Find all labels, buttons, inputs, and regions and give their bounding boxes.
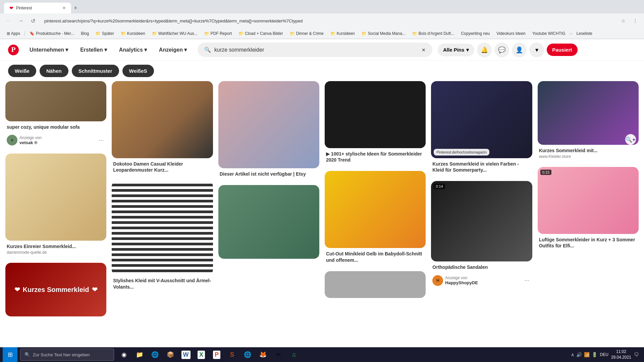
address-bar[interactable] (40, 17, 616, 25)
pin-title: Dieser Artikel ist nicht verfügbar | Ets… (220, 171, 318, 177)
pausiert-button[interactable]: Pausiert (547, 44, 577, 56)
bookmark-pdf-report[interactable]: 📁 PDF Report (202, 31, 234, 37)
taskbar-clock[interactable]: 11:02 29.04.2021 (611, 349, 631, 360)
pin-card-pink-dress[interactable]: 0:15 Luftige Sommerkleider in Kurz + 3 S… (538, 167, 639, 251)
pin-image (112, 181, 213, 275)
start-button[interactable]: ⊞ (3, 347, 17, 362)
browser-menu-button[interactable]: ⋮ (631, 16, 640, 25)
forward-button[interactable]: → (16, 16, 25, 25)
more-button[interactable]: ▾ (529, 43, 544, 57)
pin-source: damenmode-quelle.de (7, 250, 105, 255)
tray-battery-icon[interactable]: 🔋 (592, 352, 597, 357)
pin-card-sandals[interactable]: 0:14 Orthopädische Sandalen H Anzeige vo… (431, 181, 532, 288)
bookmark-kursideen1[interactable]: 📁 Kursideen (118, 31, 148, 37)
notifications-icon[interactable]: 🗨 (634, 352, 639, 357)
search-bar[interactable]: 🔍 ✕ (198, 43, 432, 57)
bookmark-leseliste[interactable]: Leseliste (574, 31, 595, 37)
pin-card-etsy[interactable]: Dieser Artikel ist nicht verfügbar | Ets… (218, 81, 319, 180)
reload-button[interactable]: ↺ (28, 16, 38, 25)
bookmark-label: Kursideen (337, 31, 355, 36)
taskbar-app-powerpoint[interactable]: P (209, 347, 224, 362)
taskbar-search-placeholder: Zur Suche Text hier eingeben (33, 352, 90, 357)
messages-button[interactable]: 💬 (494, 43, 509, 57)
back-button[interactable]: ← (4, 16, 13, 25)
pin-title: Kurzes Sommerkleid mit... (539, 147, 637, 154)
filter-schnittmuster[interactable]: Schnittmuster (72, 65, 119, 77)
pin-card-striped[interactable]: Stylishes Kleid mit V-Ausschnitt und Ärm… (112, 181, 213, 292)
browser-controls: ← → ↺ ☆ ⋮ (0, 13, 644, 28)
taskbar-app-files[interactable]: 📁 (132, 347, 147, 362)
tab-favicon: ❤ (9, 5, 13, 11)
bookmark-youtube[interactable]: Youtube WICHTIG (530, 31, 568, 37)
taskbar-app-cortana[interactable]: ◉ (117, 347, 131, 362)
pin-card-red[interactable]: ❤Kurzes Sommerkleid❤ (5, 263, 106, 316)
pin-info: Orthopädische Sandalen (431, 261, 532, 273)
notifications-button[interactable]: 🔔 (477, 43, 492, 57)
taskbar-app-snip[interactable]: ✂ (271, 347, 286, 362)
pin-title: Kurzes Einreier Sommerkleid... (7, 243, 105, 249)
taskbar-right: ∧ 🔊 📶 🔋 DEU 11:02 29.04.2021 🗨 (571, 349, 641, 360)
tab-bar: ❤ Pinterest ✕ + (0, 0, 644, 13)
pin-card-gray[interactable] (325, 271, 426, 298)
taskbar-app-firefox[interactable]: 🦊 (256, 347, 270, 362)
filter-weisse[interactable]: Weiße (8, 65, 36, 77)
bookmark-copywriting[interactable]: Copywriting neu (458, 31, 492, 37)
pin-card-leopard[interactable]: Dokotoo Damen Casual Kleider Leopardenmu… (112, 81, 213, 176)
filter-naehen[interactable]: Nähen (40, 65, 68, 77)
tab-close-button[interactable]: ✕ (62, 6, 66, 10)
bookmark-bois[interactable]: 📁 Bois d'Argent Duft... (410, 31, 457, 37)
pin-card-dark-dress[interactable]: Pinterest.de/hochzeitsmagazin Kurzes Som… (431, 81, 532, 176)
search-clear-button[interactable]: ✕ (422, 47, 426, 53)
zoom-icon[interactable]: 🔍+ (625, 134, 636, 145)
bookmark-spaeter[interactable]: 📁 Später (93, 31, 116, 37)
bookmark-label: Videokurs Ideen (496, 31, 526, 36)
pinterest-logo[interactable]: P (8, 45, 19, 55)
bookmark-kursideen2[interactable]: 📁 Kursideen (328, 31, 358, 37)
pin-image (431, 81, 532, 158)
nav-erstellen[interactable]: Erstellen ▾ (75, 44, 112, 56)
bookmark-apps[interactable]: ⊞ Apps (4, 31, 23, 37)
pin-card-sofa[interactable]: super cozy, unique modular sofa v Anzeig… (5, 81, 106, 148)
bookmark-canva[interactable]: 📁 Cload + Canva Bilder (236, 31, 286, 37)
nav-anzeigen[interactable]: Anzeigen ▾ (154, 44, 192, 56)
pin-more-button[interactable]: ··· (523, 276, 531, 285)
pin-card-green[interactable] (218, 185, 319, 259)
taskbar-app-edge[interactable]: 🌐 (148, 347, 162, 362)
taskbar-language[interactable]: DEU (600, 352, 608, 357)
bookmark-dinner[interactable]: 📁 Dinner & Crime (287, 31, 326, 37)
nav-unternehmen[interactable]: Unternehmen ▾ (24, 44, 73, 56)
new-tab-button[interactable]: + (71, 5, 80, 12)
tray-volume-icon[interactable]: 📶 (584, 352, 590, 357)
bookmark-social-media[interactable]: 📁 Social Media Mana... (359, 31, 408, 37)
pin-info: ▶ 1001+ stylische Ideen für Sommerkleide… (325, 148, 426, 166)
taskbar-app-word[interactable]: W (178, 347, 193, 362)
taskbar-app-store[interactable]: 📦 (163, 347, 178, 362)
pin-more-button[interactable]: ··· (97, 135, 105, 145)
taskbar-app-excel[interactable]: X (194, 347, 209, 362)
taskbar-app-sublime[interactable]: S (225, 347, 239, 362)
search-icon: 🔍 (204, 47, 211, 53)
bookmark-wahlfaecher[interactable]: 📁 Wahlfächer WU Aus... (149, 31, 200, 37)
taskbar-app-chrome[interactable]: 🌐 (240, 347, 255, 362)
pin-card-black-skirt[interactable]: ▶ 1001+ stylische Ideen für Sommerkleide… (325, 81, 426, 166)
pin-card-yellow-dress[interactable]: Cut-Out Minikleid Gelb im Babydoll-Schni… (325, 171, 426, 265)
nav-analytics[interactable]: Analytics ▾ (114, 44, 152, 56)
chevron-down-icon: ▾ (144, 47, 147, 53)
bookmark-videokurs[interactable]: Videokurs Ideen (494, 31, 528, 37)
taskbar-search[interactable]: 🔍 Zur Suche Text hier eingeben (20, 349, 114, 361)
bookmark-star-button[interactable]: ☆ (619, 16, 628, 25)
bookmark-produktsuche[interactable]: 🔖 Produktsuche - Mer... (27, 31, 77, 37)
pin-card-beige-dress[interactable]: Kurzes Einreier Sommerkleid... damenmode… (5, 154, 106, 257)
search-input[interactable] (214, 47, 418, 53)
profile-button[interactable]: 👤 (512, 43, 527, 57)
pin-grid: super cozy, unique modular sofa v Anzeig… (0, 81, 644, 357)
taskbar-app-spotify[interactable]: ♫ (286, 347, 301, 362)
pin-card-dark-floral[interactable]: 🔍+ Kurzes Sommerkleid mit... www.Kleider… (538, 81, 639, 162)
alle-pins-button[interactable]: Alle Pins ▾ (438, 44, 474, 56)
pin-title: Stylishes Kleid mit V-Ausschnitt und Ärm… (113, 278, 211, 290)
tray-up-icon[interactable]: ∧ (571, 352, 574, 357)
active-tab[interactable]: ❤ Pinterest ✕ (4, 3, 71, 13)
tray-network-icon[interactable]: 🔊 (576, 352, 582, 357)
bookmark-blog[interactable]: Blog (78, 31, 92, 37)
filter-weisses[interactable]: WeißeS (122, 65, 154, 77)
